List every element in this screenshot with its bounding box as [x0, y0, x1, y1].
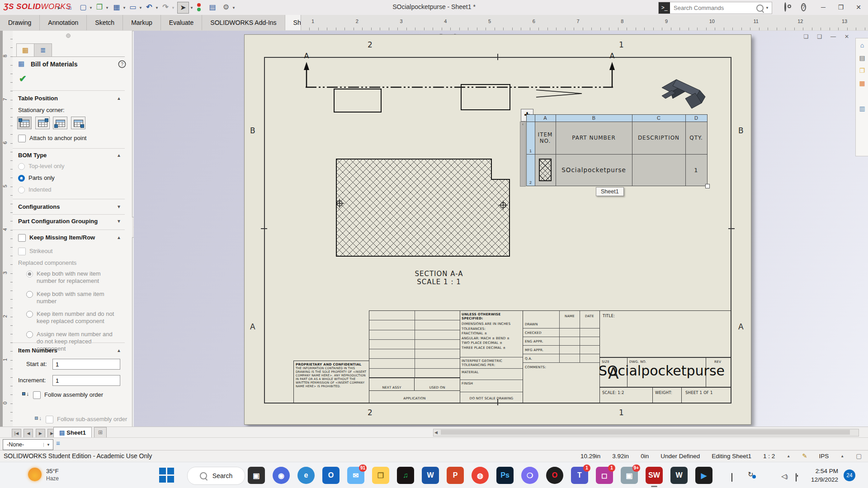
doc-restore-icon[interactable]: ❏: [801, 33, 811, 41]
radio-option[interactable]: Parts only: [18, 174, 65, 182]
keep-missing-checkbox[interactable]: [18, 234, 26, 242]
item-numbers-header[interactable]: Item Numbers: [18, 347, 57, 354]
doc-popout-icon[interactable]: ❑: [815, 33, 825, 41]
taskbar-app-w-app[interactable]: W: [670, 467, 688, 484]
taskbar-app-powerpoint[interactable]: P: [447, 467, 464, 484]
corner-bottom-right-button[interactable]: [71, 117, 85, 129]
drawing-sheet[interactable]: 2 1 2 1 B A B A A A: [244, 34, 751, 425]
configurations-expand-caret[interactable]: ▼: [117, 204, 121, 209]
start-at-input[interactable]: [52, 359, 120, 370]
horizontal-scrollbar[interactable]: ◀: [433, 429, 859, 436]
bom-row-header[interactable]: 2: [526, 154, 535, 186]
help-icon[interactable]: ?: [801, 3, 806, 11]
follow-assembly-row[interactable]: Follow assembly order: [22, 391, 103, 399]
radio-option[interactable]: Keep both with same item number: [26, 291, 117, 305]
bom-col-header[interactable]: B: [556, 114, 632, 122]
taskbar-app-teams[interactable]: T1: [571, 467, 588, 484]
drawing-viewport[interactable]: ↺ ◪▼ ▧▼ ◫▼ ◉▼ ❏ ❑ — ✕ ⌂ ▤ ❐ ▦: [134, 31, 868, 427]
bom-description-cell[interactable]: [632, 154, 686, 186]
units-value[interactable]: IPS: [819, 453, 829, 460]
bom-item-thumbnail-cell[interactable]: [535, 154, 556, 186]
tray-expand-chevron[interactable]: [731, 474, 732, 482]
radio-option[interactable]: Indented: [18, 186, 65, 193]
taskbar-app-edge[interactable]: e: [297, 467, 315, 484]
bom-part-number-cell[interactable]: SOcialpocketpurse: [556, 154, 632, 186]
pencil-icon[interactable]: ✎: [802, 452, 807, 460]
bom-row-header[interactable]: 1: [526, 122, 535, 155]
command-tab[interactable]: Markup: [123, 15, 161, 30]
bom-col-header[interactable]: D: [685, 114, 708, 122]
corner-top-left-button[interactable]: [17, 117, 32, 129]
sheet1-tab[interactable]: ▤ Sheet1: [53, 427, 92, 438]
minimize-button[interactable]: ─: [816, 1, 830, 14]
follow-sub-assembly-checkbox[interactable]: [46, 416, 53, 423]
configuration-tab[interactable]: ≣: [34, 43, 52, 56]
taskpane-file-explorer-icon[interactable]: ❐: [857, 66, 867, 75]
corner-bottom-left-button[interactable]: [53, 117, 67, 129]
account-icon[interactable]: [784, 3, 786, 11]
search-commands-box[interactable]: >_ Search Commands ▼: [658, 2, 772, 14]
taskbar-app-photoshop[interactable]: Ps: [496, 467, 514, 484]
configurations-header[interactable]: Configurations: [18, 203, 60, 210]
clock-widget[interactable]: 2:54 PM 12/9/2022: [811, 467, 838, 484]
close-button[interactable]: ✕: [852, 1, 865, 14]
add-sheet-tab[interactable]: ⊞: [94, 427, 107, 438]
title-block[interactable]: PROPRIETARY AND CONFIDENTIAL THE INFORMA…: [293, 310, 731, 404]
keep-missing-collapse-caret[interactable]: ▲: [117, 235, 121, 240]
ok-checkmark-button[interactable]: ✔: [19, 73, 27, 84]
property-manager-tab[interactable]: ▦: [16, 43, 34, 56]
taskpane-design-library-icon[interactable]: ▤: [857, 53, 867, 63]
bom-header-cell[interactable]: DESCRIPTION: [632, 122, 686, 155]
strikeout-checkbox[interactable]: [18, 248, 26, 255]
isometric-view[interactable]: [658, 70, 708, 109]
taskpane-custom-properties-icon[interactable]: ▥: [857, 103, 867, 113]
taskbar-app-file-explorer[interactable]: ❐: [372, 467, 389, 484]
units-caret[interactable]: ▲: [840, 454, 844, 458]
doc-close-icon[interactable]: ✕: [842, 33, 852, 41]
panel-drag-handle[interactable]: [66, 33, 71, 38]
section-aa-view[interactable]: [336, 159, 510, 257]
table-position-collapse-caret[interactable]: ▲: [117, 96, 121, 101]
volume-icon[interactable]: ◁): [781, 472, 788, 480]
battery-icon[interactable]: [796, 474, 797, 481]
restore-button[interactable]: ❐: [834, 1, 848, 14]
bom-resize-handle[interactable]: [705, 184, 710, 188]
follow-assembly-checkbox[interactable]: [33, 391, 41, 399]
top-section-view[interactable]: A A: [299, 48, 615, 116]
radio-option[interactable]: Keep both with new item number for repla…: [26, 270, 117, 285]
taskbar-app-solidworks[interactable]: SW: [646, 467, 663, 484]
command-tab[interactable]: Drawing: [0, 15, 40, 30]
item-numbers-collapse-caret[interactable]: ▲: [117, 348, 121, 353]
follow-sub-assembly-row[interactable]: Follow sub-assembly order: [34, 416, 127, 423]
taskbar-app-chat[interactable]: ◉: [273, 467, 290, 484]
increment-input[interactable]: [52, 375, 120, 386]
bom-col-header[interactable]: A: [535, 114, 556, 122]
layer-properties-icon[interactable]: ≡: [56, 439, 60, 447]
bom-header-cell[interactable]: QTY.: [685, 122, 708, 155]
taskbar-app-messenger[interactable]: ❍: [521, 467, 538, 484]
taskpane-home-icon[interactable]: ⌂: [857, 40, 867, 50]
taskbar-app-mail[interactable]: ✉91: [347, 467, 364, 484]
radio-option[interactable]: Top-level only: [18, 163, 65, 170]
bom-table[interactable]: A B C D 1 ITEM NO. PART NUMBER DESCRIPTI…: [526, 114, 707, 186]
command-tab[interactable]: Evaluate: [161, 15, 202, 30]
taskpane-toolbox-icon[interactable]: ▦: [857, 78, 867, 88]
taskbar-app-word[interactable]: W: [422, 467, 439, 484]
layer-combo[interactable]: -None- ▼: [3, 439, 53, 450]
sync-icon[interactable]: ↻: [748, 470, 754, 479]
next-sheet-button[interactable]: ▶: [36, 429, 45, 438]
horizontal-scrollbar-thumb[interactable]: [441, 430, 850, 435]
search-icon[interactable]: [756, 5, 764, 12]
search-commands-placeholder[interactable]: Search Commands: [670, 5, 756, 11]
strikeout-row[interactable]: Strikeout: [18, 248, 52, 255]
taskpane-appearances-icon[interactable]: [857, 91, 867, 101]
command-tab[interactable]: Annotation: [40, 15, 87, 30]
bom-qty-cell[interactable]: 1: [685, 154, 708, 186]
bom-row-drag-strip[interactable]: ‹: [520, 122, 526, 187]
scroll-left-arrow[interactable]: ◀: [434, 430, 438, 435]
corner-top-right-button[interactable]: [35, 117, 50, 129]
part-config-grouping-header[interactable]: Part Configuration Grouping: [18, 218, 98, 225]
doc-minimize-icon[interactable]: —: [828, 33, 838, 41]
bom-header-cell[interactable]: ITEM NO.: [535, 122, 556, 155]
taskbar-app-chrome[interactable]: ◍: [472, 467, 489, 484]
